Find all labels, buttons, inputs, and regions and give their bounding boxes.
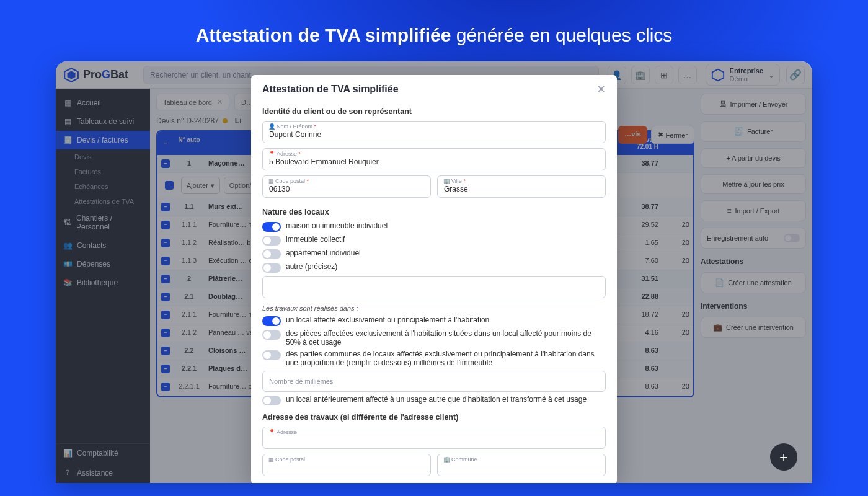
fab-add-button[interactable]: ＋: [770, 443, 797, 471]
pin-icon: 📍: [268, 429, 275, 435]
toggle-switch[interactable]: [262, 222, 281, 232]
modal-title: Attestation de TVA simplifiée: [262, 84, 399, 95]
works-intro: Les travaux sont réalisés dans :: [262, 304, 606, 312]
toggle-option[interactable]: immeuble collectif: [262, 235, 606, 246]
option-label: immeuble collectif: [286, 235, 345, 244]
address-field[interactable]: 📍Adresse * 5 Boulevard Emmanuel Rouquier: [262, 148, 606, 170]
vat-attestation-modal: Attestation de TVA simplifiée ✕ Identité…: [251, 75, 617, 483]
toggle-switch[interactable]: [262, 236, 281, 246]
works-address-heading: Adresse des travaux (si différente de l'…: [262, 413, 606, 422]
toggle-option[interactable]: maison ou immeuble individuel: [262, 221, 606, 232]
toggle-option[interactable]: des parties communes de locaux affectés …: [262, 350, 606, 367]
toggle-option[interactable]: autre (précisez): [262, 262, 606, 273]
toggle-option[interactable]: des pièces affectées exclusivement à l'h…: [262, 329, 606, 347]
building-icon: 🏢: [443, 456, 450, 463]
grid-icon: ▦: [268, 456, 274, 463]
name-field[interactable]: 👤Nom / Prénom * Dupont Corinne: [262, 121, 606, 143]
toggle-switch[interactable]: [262, 330, 281, 340]
client-identity-heading: Identité du client ou de son représentan…: [262, 107, 606, 116]
works-city-field[interactable]: 🏢Commune: [437, 454, 606, 476]
option-label: appartement individuel: [286, 249, 361, 257]
nature-heading: Nature des locaux: [262, 208, 606, 216]
toggle-option[interactable]: un local antérieurement affecté à un usa…: [262, 395, 606, 405]
option-label: autre (précisez): [286, 262, 337, 271]
option-label: des pièces affectées exclusivement à l'h…: [286, 329, 606, 347]
toggle-switch[interactable]: [262, 263, 281, 273]
option-label: un local affecté exclusivement ou princi…: [286, 316, 489, 324]
toggle-option[interactable]: un local affecté exclusivement ou princi…: [262, 316, 606, 326]
option-label: un local antérieurement affecté à un usa…: [286, 395, 587, 404]
toggle-switch[interactable]: [262, 249, 281, 259]
toggle-switch[interactable]: [262, 350, 281, 360]
grid-icon: ▦: [268, 178, 274, 184]
modal-close-icon[interactable]: ✕: [596, 82, 606, 96]
milliemes-field[interactable]: Nombre de millièmes: [262, 371, 606, 392]
works-postal-field[interactable]: ▦Code postal: [262, 454, 431, 476]
building-icon: 🏢: [443, 178, 450, 184]
toggle-switch[interactable]: [262, 396, 281, 405]
postal-code-field[interactable]: ▦Code postal * 06130: [262, 175, 431, 198]
toggle-switch[interactable]: [262, 316, 281, 326]
pin-icon: 📍: [268, 151, 275, 157]
toggle-option[interactable]: appartement individuel: [262, 249, 606, 259]
city-field[interactable]: 🏢Ville * Grasse: [437, 175, 606, 198]
option-label: des parties communes de locaux affectés …: [286, 350, 606, 367]
user-icon: 👤: [268, 123, 275, 130]
option-label: maison ou immeuble individuel: [286, 221, 388, 230]
other-detail-field[interactable]: [262, 276, 606, 298]
hero-title: Attestation de TVA simplifiée générée en…: [0, 0, 868, 61]
works-address-field[interactable]: 📍Adresse: [262, 427, 606, 449]
